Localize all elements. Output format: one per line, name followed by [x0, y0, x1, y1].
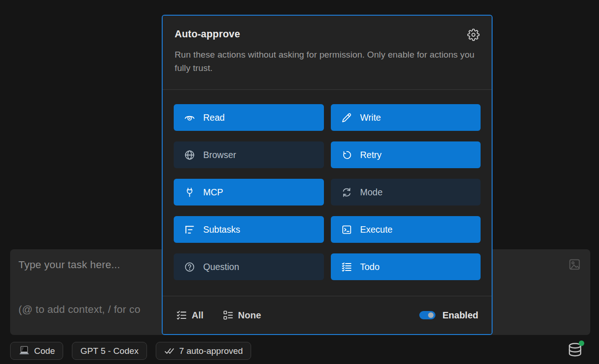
- action-label-write: Write: [360, 112, 381, 123]
- retry-icon: [341, 149, 352, 161]
- toggle-knob: [428, 312, 434, 318]
- question-icon: [184, 261, 195, 273]
- status-bar: Code GPT 5 - Codex 7 auto-approved: [10, 342, 251, 360]
- popover-footer: All None Enabled: [163, 296, 492, 334]
- action-button-browser[interactable]: Browser: [174, 141, 324, 168]
- auto-approved-button[interactable]: 7 auto-approved: [156, 342, 251, 360]
- action-label-subtasks: Subtasks: [203, 224, 240, 235]
- action-label-mcp: MCP: [203, 187, 223, 198]
- auto-approve-popover: Auto-approve Run these actions without a…: [162, 15, 493, 335]
- model-selector-button[interactable]: GPT 5 - Codex: [72, 342, 147, 360]
- double-check-icon: [164, 346, 175, 357]
- action-button-question[interactable]: Question: [174, 253, 324, 280]
- laptop-icon: [18, 346, 30, 356]
- terminal-icon: [341, 224, 352, 235]
- mode-selector-label: Code: [34, 346, 55, 356]
- action-label-read: Read: [203, 112, 225, 123]
- sync-icon: [341, 187, 352, 198]
- action-label-retry: Retry: [360, 150, 382, 160]
- action-button-mcp[interactable]: MCP: [174, 179, 324, 205]
- action-label-todo: Todo: [360, 262, 380, 272]
- action-button-execute[interactable]: Execute: [331, 216, 481, 243]
- globe-icon: [184, 149, 195, 161]
- popover-title: Auto-approve: [175, 29, 240, 40]
- enabled-toggle[interactable]: [419, 311, 435, 319]
- action-label-browser: Browser: [203, 150, 236, 160]
- image-icon[interactable]: [568, 258, 581, 271]
- task-input-placeholder: Type your task here...: [18, 259, 120, 271]
- plug-icon: [184, 187, 195, 198]
- select-all-label: All: [192, 310, 204, 321]
- gear-icon[interactable]: [467, 29, 480, 41]
- action-grid: Read Write Browser Retry MCP Mode Subtas…: [163, 90, 492, 296]
- eye-icon: [184, 112, 195, 123]
- auto-approved-label: 7 auto-approved: [179, 346, 243, 356]
- select-none-label: None: [238, 310, 261, 321]
- enabled-label: Enabled: [442, 310, 478, 321]
- app-window: Type your task here... (@ to add context…: [0, 0, 599, 364]
- mode-selector-button[interactable]: Code: [10, 342, 63, 360]
- checklist-icon: [176, 310, 187, 321]
- pencil-icon: [341, 112, 352, 123]
- list-select-icon: [223, 310, 234, 321]
- popover-description: Run these actions without asking for per…: [175, 48, 479, 75]
- action-button-subtasks[interactable]: Subtasks: [174, 216, 324, 243]
- action-label-mode: Mode: [360, 187, 383, 198]
- action-label-question: Question: [203, 262, 239, 272]
- select-none-button[interactable]: None: [223, 310, 261, 321]
- action-button-write[interactable]: Write: [331, 104, 481, 131]
- list-tree-icon: [184, 224, 195, 235]
- todo-list-icon: [341, 261, 352, 273]
- online-status-dot: [579, 341, 584, 346]
- action-button-mode[interactable]: Mode: [331, 179, 481, 205]
- storage-status-button[interactable]: [567, 342, 583, 358]
- model-selector-label: GPT 5 - Codex: [80, 346, 138, 356]
- select-all-button[interactable]: All: [176, 310, 204, 321]
- action-button-retry[interactable]: Retry: [331, 141, 481, 168]
- context-hint-text: (@ to add context, / for co: [18, 304, 141, 316]
- action-label-execute: Execute: [360, 224, 393, 235]
- action-button-todo[interactable]: Todo: [331, 253, 481, 280]
- popover-header: Auto-approve Run these actions without a…: [163, 16, 492, 90]
- action-button-read[interactable]: Read: [174, 104, 324, 131]
